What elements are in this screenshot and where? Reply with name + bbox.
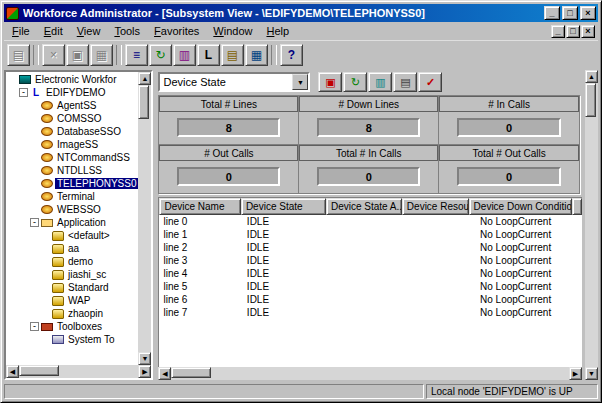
tree-item-label: Toolboxes <box>55 321 104 332</box>
validate-button[interactable]: ✓ <box>418 72 442 92</box>
cell-device-name: line 6 <box>159 293 242 306</box>
maximize-button[interactable]: □ <box>562 6 578 20</box>
column-header[interactable]: Device Name <box>159 198 240 215</box>
scroll-up-icon[interactable]: ▲ <box>585 70 598 83</box>
node-view-button[interactable]: ▥ <box>173 44 196 66</box>
panel-vertical-scrollbar[interactable]: ▲ ▼ <box>585 70 598 380</box>
menu-item[interactable]: Favorites <box>147 23 206 39</box>
menu-item[interactable]: Window <box>206 23 259 39</box>
tree-item-agentss[interactable]: AgentSS <box>6 99 138 112</box>
menu-item[interactable]: View <box>70 23 108 39</box>
tree-item-demo[interactable]: demo <box>6 255 138 268</box>
tree-item-aa[interactable]: aa <box>6 242 138 255</box>
tree-item-ntdllss[interactable]: NTDLLSS <box>6 164 138 177</box>
close-button[interactable]: × <box>580 6 596 20</box>
tree-item-default[interactable]: <default> <box>6 229 138 242</box>
scrollbar-thumb[interactable] <box>171 367 211 378</box>
tree-item-toolboxes[interactable]: - Toolboxes <box>6 320 138 333</box>
tree-item-standard[interactable]: Standard <box>6 281 138 294</box>
menu-item[interactable]: Help <box>259 23 296 39</box>
scroll-up-icon[interactable]: ▲ <box>138 72 151 85</box>
browse-button[interactable]: ▤ <box>221 44 244 66</box>
scrollbar-track[interactable] <box>171 367 569 380</box>
tree-vertical-scrollbar[interactable]: ▲ ▼ <box>138 72 151 365</box>
table-row[interactable]: line 5 IDLE No LoopCurrent <box>159 280 582 293</box>
table-row[interactable]: line 2 IDLE No LoopCurrent <box>159 241 582 254</box>
expander-icon[interactable]: - <box>30 218 39 227</box>
column-header[interactable]: Device State <box>241 198 326 215</box>
view-toolbar-icon: ▣ <box>325 76 335 89</box>
table-horizontal-scrollbar[interactable]: ◀ ▶ <box>158 367 582 380</box>
app-icon[interactable] <box>6 7 19 20</box>
tree-item-electronic-workforce[interactable]: Electronic Workfor <box>6 73 138 86</box>
column-header[interactable]: Device Down Condition <box>469 198 572 215</box>
refresh-tree-button[interactable]: ↻ <box>149 44 172 66</box>
print-view-button[interactable]: ▤ <box>393 72 417 92</box>
tree-item-websso[interactable]: WEBSSO <box>6 203 138 216</box>
scroll-left-icon[interactable]: ◀ <box>158 367 171 380</box>
tree-item-ntcommandss[interactable]: NTCommandSS <box>6 151 138 164</box>
tree-horizontal-scrollbar[interactable]: ◀ ▶ <box>6 365 151 378</box>
scroll-down-icon[interactable]: ▼ <box>585 367 598 380</box>
device-state-view-button[interactable]: ▣ <box>318 72 342 92</box>
tree-item-databasesso[interactable]: DatabaseSSO <box>6 125 138 138</box>
scrollbar-track[interactable] <box>138 85 151 352</box>
table-row[interactable]: line 3 IDLE No LoopCurrent <box>159 254 582 267</box>
copy-button[interactable]: ▣ <box>66 44 89 66</box>
refresh-button[interactable]: ↻ <box>343 72 367 92</box>
table-body[interactable]: line 0 IDLE No LoopCurrent line 1 IDLE <box>159 215 582 367</box>
table-row[interactable]: line 7 IDLE No LoopCurrent <box>159 306 582 319</box>
tree-item-terminal[interactable]: Terminal <box>6 190 138 203</box>
cell-device-resource <box>408 267 476 280</box>
tree-view[interactable]: Electronic Workfor - EDIFYDEMO AgentSS <box>6 72 138 365</box>
view-header: Device State ▼ ▣ ↻ ▥ ▤ ✓ <box>156 70 582 94</box>
scrollbar-track[interactable] <box>19 365 138 378</box>
column-header[interactable]: Device Resou... <box>402 198 469 215</box>
tree-item-wap[interactable]: WAP <box>6 294 138 307</box>
tree-item-comsso[interactable]: COMSSO <box>6 112 138 125</box>
column-header[interactable]: Device State A... <box>326 198 402 215</box>
scroll-down-icon[interactable]: ▼ <box>138 352 151 365</box>
table-row[interactable]: line 4 IDLE No LoopCurrent <box>159 267 582 280</box>
expander-icon[interactable]: - <box>19 88 28 97</box>
scrollbar-thumb[interactable] <box>19 365 59 376</box>
scrollbar-track[interactable] <box>585 83 598 367</box>
tree-item-application[interactable]: - Application <box>6 216 138 229</box>
scroll-right-icon[interactable]: ▶ <box>138 365 151 378</box>
expander-icon[interactable]: - <box>30 322 39 331</box>
scrollbar-thumb[interactable] <box>138 85 149 119</box>
mdi-minimize-button[interactable]: _ <box>551 25 565 38</box>
windows-button[interactable]: ▦ <box>245 44 268 66</box>
print-button[interactable]: ▤ <box>7 44 30 66</box>
paste-button[interactable]: ▦ <box>90 44 113 66</box>
menu-item[interactable]: File <box>5 23 37 39</box>
scroll-right-icon[interactable]: ▶ <box>569 367 582 380</box>
tree-item-telephonyss0[interactable]: TELEPHONYSS0 <box>6 177 138 190</box>
chevron-down-icon[interactable]: ▼ <box>292 74 308 90</box>
minimize-button[interactable]: _ <box>544 6 560 20</box>
titlebar[interactable]: Workforce Administrator - [Subsystem Vie… <box>4 4 598 22</box>
menu-item[interactable]: Tools <box>107 23 147 39</box>
tree-item-zhaopin[interactable]: zhaopin <box>6 307 138 320</box>
tree-item-icon <box>41 101 53 110</box>
table-row[interactable]: line 6 IDLE No LoopCurrent <box>159 293 582 306</box>
table-row[interactable]: line 1 IDLE No LoopCurrent <box>159 228 582 241</box>
view-selector[interactable]: Device State ▼ <box>158 72 310 92</box>
subsystem-view-button[interactable]: ≡ <box>125 44 148 66</box>
scrollbar-thumb[interactable] <box>585 83 596 117</box>
main-area: Electronic Workfor - EDIFYDEMO AgentSS <box>4 68 598 381</box>
tree-item-label: <default> <box>66 230 112 241</box>
table-row[interactable]: line 0 IDLE No LoopCurrent <box>159 215 582 228</box>
tree-item-system-toolbox[interactable]: System To <box>6 333 138 346</box>
help-button[interactable]: ? <box>280 44 303 66</box>
tree-item-imagess[interactable]: ImageSS <box>6 138 138 151</box>
cut-button[interactable]: × <box>42 44 65 66</box>
menu-item[interactable]: Edit <box>37 23 70 39</box>
tree-item-edifydemo[interactable]: - EDIFYDEMO <box>6 86 138 99</box>
mdi-restore-button[interactable]: □ <box>566 25 580 38</box>
log-button[interactable]: L <box>197 44 220 66</box>
mdi-close-button[interactable]: × <box>581 25 595 38</box>
statistics-button[interactable]: ▥ <box>368 72 392 92</box>
scroll-left-icon[interactable]: ◀ <box>6 365 19 378</box>
tree-item-jiashi-sc[interactable]: jiashi_sc <box>6 268 138 281</box>
